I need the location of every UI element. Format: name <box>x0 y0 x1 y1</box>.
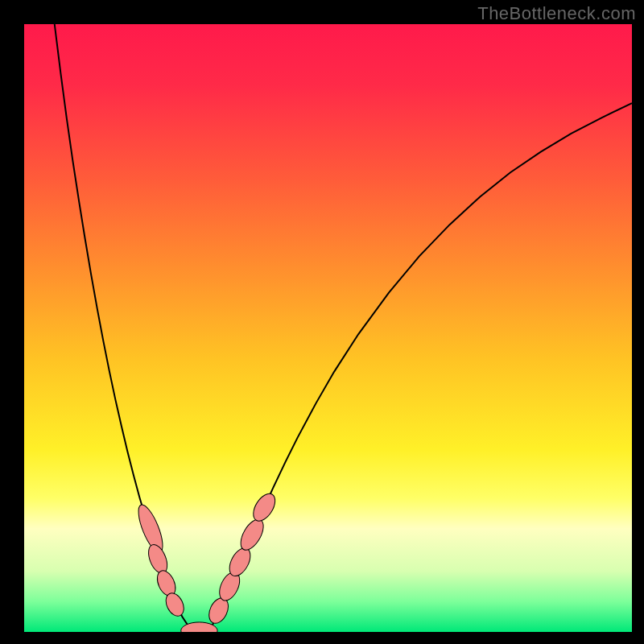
watermark-text: TheBottleneck.com <box>477 3 636 24</box>
chart-svg <box>24 24 632 632</box>
background-gradient <box>24 24 632 632</box>
plot-area <box>24 24 632 632</box>
chart-frame: TheBottleneck.com <box>0 0 644 644</box>
